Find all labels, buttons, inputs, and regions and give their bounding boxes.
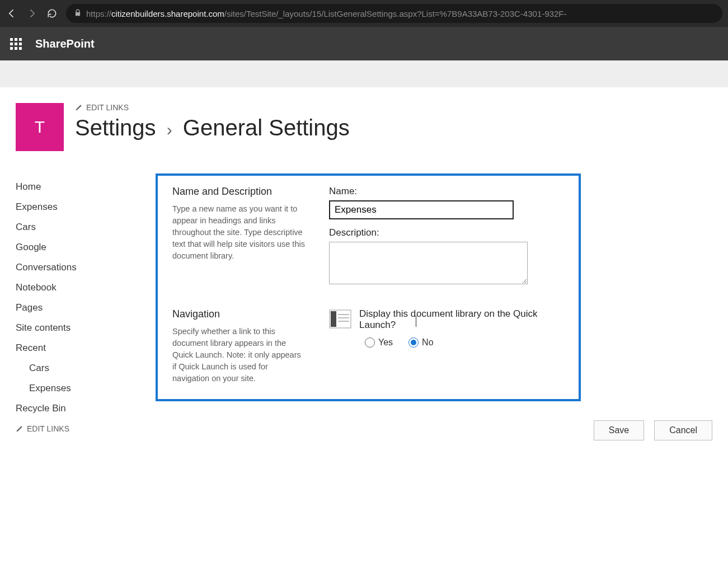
nav-item-recent[interactable]: Recent [16,338,128,358]
section-navigation: Navigation Specify whether a link to thi… [172,308,564,384]
url-prefix: https:// [86,9,111,18]
document-library-icon [329,309,351,329]
suite-title[interactable]: SharePoint [35,37,95,50]
nav-item-site-contents[interactable]: Site contents [16,318,128,338]
reload-icon[interactable] [46,7,58,20]
nav-item-pages[interactable]: Pages [16,298,128,318]
back-icon[interactable] [6,7,18,20]
quick-launch: Home Expenses Cars Google Conversations … [16,173,128,459]
nav-item-recent-expenses[interactable]: Expenses [16,378,128,398]
browser-toolbar: https://citizenbuilders.sharepoint.com/s… [0,0,728,27]
site-logo[interactable]: T [16,103,64,151]
edit-links-bottom[interactable]: EDIT LINKS [16,424,128,433]
url-bar[interactable]: https://citizenbuilders.sharepoint.com/s… [66,4,722,23]
radio-yes-label: Yes [378,337,393,348]
svg-rect-1 [331,311,336,327]
description-label: Description: [329,227,564,238]
nav-item-conversations[interactable]: Conversations [16,257,128,278]
url-domain: citizenbuilders.sharepoint.com [111,9,224,18]
radio-icon [408,337,419,348]
radio-no[interactable]: No [408,337,433,348]
nav-item-notebook[interactable]: Notebook [16,278,128,298]
nav-item-expenses[interactable]: Expenses [16,197,128,217]
pencil-icon [16,425,24,433]
name-input[interactable] [329,200,514,219]
description-textarea[interactable] [329,242,528,284]
url-path: /sites/TestSite/_layouts/15/ListGeneralS… [224,9,567,18]
breadcrumb-current: General Settings [183,115,350,140]
nav-item-home[interactable]: Home [16,177,128,197]
edit-links-top[interactable]: EDIT LINKS [75,103,712,112]
section1-title: Name and Description [172,186,307,198]
save-button[interactable]: Save [594,420,644,440]
radio-yes[interactable]: Yes [365,337,393,348]
nav-item-recycle-bin[interactable]: Recycle Bin [16,398,128,419]
section2-desc: Specify whether a link to this document … [172,326,307,384]
pencil-icon [75,104,83,111]
radio-no-label: No [422,337,433,348]
nav-item-cars[interactable]: Cars [16,217,128,237]
ribbon-placeholder [0,60,728,87]
edit-links-label: EDIT LINKS [86,103,129,112]
app-launcher-icon[interactable] [10,38,22,50]
nav-item-google[interactable]: Google [16,237,128,257]
name-label: Name: [329,186,564,197]
settings-form: Name and Description Type a new name as … [156,173,581,401]
nav-item-recent-cars[interactable]: Cars [16,358,128,378]
cancel-button[interactable]: Cancel [654,420,712,440]
section1-desc: Type a new name as you want it to appear… [172,203,307,262]
form-buttons: Save Cancel [156,401,712,459]
breadcrumb-settings[interactable]: Settings [75,115,156,140]
page-title: Settings › General Settings [75,115,712,140]
section-name-description: Name and Description Type a new name as … [172,186,564,286]
page-header: T EDIT LINKS Settings › General Settings [0,87,728,173]
navigation-question: Display this document library on the Qui… [359,308,564,331]
edit-links-bottom-label: EDIT LINKS [27,424,69,433]
forward-icon[interactable] [26,7,38,20]
breadcrumb-separator: › [167,120,172,139]
suite-bar: SharePoint [0,27,728,60]
lock-icon [74,9,82,18]
section2-title: Navigation [172,308,307,320]
radio-icon [365,337,375,348]
